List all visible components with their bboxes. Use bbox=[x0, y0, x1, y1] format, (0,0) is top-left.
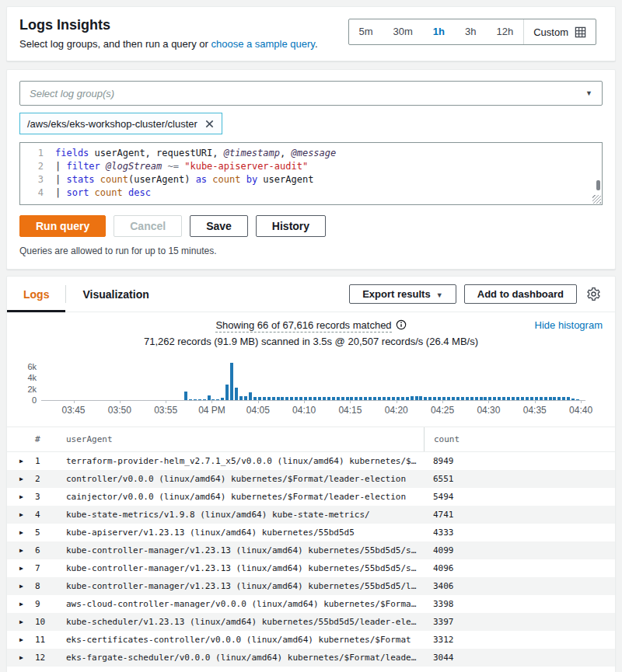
x-axis-label: 04:15 bbox=[338, 405, 362, 416]
table-row[interactable]: ▶6kube-controller-manager/v1.23.13 (linu… bbox=[7, 541, 615, 559]
expand-row-icon[interactable]: ▶ bbox=[19, 583, 35, 590]
x-axis-tickmark bbox=[304, 400, 305, 403]
expand-row-icon[interactable]: ▶ bbox=[19, 458, 35, 465]
editor-scrollbar[interactable] bbox=[596, 180, 600, 190]
page-title: Logs Insights bbox=[19, 17, 318, 33]
query-line: 4| sort count desc bbox=[20, 186, 591, 200]
histogram-bar bbox=[346, 397, 349, 400]
header-useragent: userAgent bbox=[66, 427, 424, 451]
expand-row-icon[interactable]: ▶ bbox=[19, 654, 35, 661]
expand-row-icon[interactable]: ▶ bbox=[19, 547, 35, 554]
time-range-option-3h[interactable]: 3h bbox=[455, 20, 486, 44]
time-range-custom-button[interactable]: Custom bbox=[524, 19, 596, 44]
expand-row-icon[interactable]: ▶ bbox=[19, 493, 35, 500]
row-number: 8 bbox=[35, 581, 66, 591]
settings-gear-icon[interactable] bbox=[585, 285, 603, 303]
log-group-token: /aws/eks/eks-workshop-cluster/cluster bbox=[19, 113, 222, 134]
x-axis-tickmark bbox=[166, 400, 166, 403]
histogram-bar bbox=[557, 397, 561, 400]
x-axis-label: 04:30 bbox=[477, 405, 500, 416]
expand-row-icon[interactable]: ▶ bbox=[19, 565, 35, 572]
x-axis-tickmark bbox=[120, 400, 121, 403]
row-useragent: eks-certificates-controller/v0.0.0 (linu… bbox=[66, 635, 424, 645]
table-row[interactable]: ▶8kube-controller-manager/v1.23.13 (linu… bbox=[7, 577, 615, 595]
info-icon[interactable] bbox=[396, 319, 407, 333]
row-number: 5 bbox=[35, 528, 66, 538]
table-row[interactable]: ▶2controller/v0.0.0 (linux/amd64) kubern… bbox=[7, 470, 615, 488]
histogram-bar bbox=[507, 397, 510, 400]
expand-row-icon[interactable]: ▶ bbox=[19, 618, 35, 625]
query-actions: Run query Cancel Save History bbox=[19, 215, 603, 237]
x-axis-tickmark bbox=[581, 400, 582, 403]
table-row[interactable]: ▶9aws-cloud-controller-manager/v0.0.0 (l… bbox=[7, 595, 615, 613]
export-results-button[interactable]: Export results ▼ bbox=[349, 284, 456, 304]
time-range-option-12h[interactable]: 12h bbox=[487, 20, 524, 44]
table-row[interactable]: ▶10kube-scheduler/v1.23.13 (linux/amd64)… bbox=[7, 613, 615, 631]
table-row[interactable]: ▶13Go-http-client/2.02808 bbox=[7, 667, 615, 672]
remove-token-icon[interactable] bbox=[204, 119, 215, 129]
histogram-bar bbox=[540, 397, 543, 400]
line-number: 3 bbox=[20, 173, 55, 186]
expand-row-icon[interactable]: ▶ bbox=[19, 511, 35, 518]
header-row-number: # bbox=[35, 427, 66, 451]
add-to-dashboard-button[interactable]: Add to dashboard bbox=[464, 284, 577, 304]
table-row[interactable]: ▶3cainjector/v0.0.0 (linux/amd64) kubern… bbox=[7, 488, 615, 506]
log-group-placeholder: Select log group(s) bbox=[30, 88, 114, 99]
table-row[interactable]: ▶7kube-controller-manager/v1.23.13 (linu… bbox=[7, 559, 615, 577]
histogram-bar bbox=[571, 399, 575, 400]
x-axis-tickmark bbox=[488, 400, 489, 403]
sample-query-link[interactable]: choose a sample query bbox=[211, 38, 314, 50]
histogram-bar bbox=[480, 397, 483, 400]
histogram-bar bbox=[369, 397, 372, 400]
histogram-bar bbox=[225, 385, 229, 400]
log-group-select[interactable]: Select log group(s) ▼ bbox=[19, 81, 603, 106]
histogram-bar bbox=[411, 396, 414, 400]
x-axis-label: 03:50 bbox=[108, 405, 131, 416]
table-row[interactable]: ▶12eks-fargate-scheduler/v0.0.0 (linux/a… bbox=[7, 649, 615, 667]
expand-row-icon[interactable]: ▶ bbox=[19, 601, 35, 608]
row-useragent: kube-controller-manager/v1.23.13 (linux/… bbox=[66, 581, 424, 591]
expand-row-icon[interactable]: ▶ bbox=[19, 529, 35, 536]
row-number: 12 bbox=[35, 653, 66, 663]
histogram-bar bbox=[475, 397, 478, 400]
time-range-option-1h[interactable]: 1h bbox=[423, 20, 455, 44]
time-range-selector: 5m30m1h3h12h Custom bbox=[348, 19, 597, 45]
table-row[interactable]: ▶11eks-certificates-controller/v0.0.0 (l… bbox=[7, 631, 615, 649]
header-text: Logs Insights Select log groups, and the… bbox=[19, 17, 318, 50]
histogram-bar bbox=[373, 397, 376, 400]
tab-visualization[interactable]: Visualization bbox=[66, 277, 165, 312]
histogram-bar bbox=[221, 398, 224, 400]
histogram-bar bbox=[484, 397, 487, 400]
histogram-bar bbox=[549, 397, 552, 400]
editor-resize-handle[interactable] bbox=[592, 195, 601, 204]
histogram-bar bbox=[406, 397, 409, 400]
save-button[interactable]: Save bbox=[190, 215, 248, 237]
histogram-bar bbox=[355, 397, 358, 400]
table-row[interactable]: ▶4kube-state-metrics/v1.9.8 (linux/amd64… bbox=[7, 506, 615, 524]
row-number: 6 bbox=[35, 545, 66, 555]
x-axis-label: 04 PM bbox=[198, 405, 225, 416]
histogram-bar bbox=[452, 397, 455, 400]
history-button[interactable]: History bbox=[256, 215, 326, 237]
histogram-bar bbox=[493, 397, 496, 400]
query-line: 2| filter @logStream ~= "kube-apiserver-… bbox=[20, 160, 591, 173]
tab-logs[interactable]: Logs bbox=[7, 277, 65, 312]
histogram-bar bbox=[194, 399, 197, 400]
table-row[interactable]: ▶5kube-apiserver/v1.23.13 (linux/amd64) … bbox=[7, 524, 615, 541]
table-header: # userAgent count bbox=[7, 427, 615, 452]
histogram-bar bbox=[341, 397, 344, 400]
x-axis-tickmark bbox=[442, 400, 443, 403]
time-range-option-30m[interactable]: 30m bbox=[383, 20, 423, 44]
query-editor[interactable]: 1fields userAgent, requestURI, @timestam… bbox=[19, 142, 603, 205]
run-query-button[interactable]: Run query bbox=[19, 215, 106, 237]
row-number: 3 bbox=[35, 492, 66, 502]
expand-row-icon[interactable]: ▶ bbox=[19, 636, 35, 643]
query-note: Queries are allowed to run for up to 15 … bbox=[19, 245, 603, 256]
table-row[interactable]: ▶1terraform-provider-helm_v2.7.1_x5/v0.0… bbox=[7, 452, 615, 470]
expand-row-icon[interactable]: ▶ bbox=[19, 475, 35, 482]
time-range-option-5m[interactable]: 5m bbox=[349, 20, 383, 44]
row-number: 7 bbox=[35, 563, 66, 573]
row-number: 10 bbox=[35, 617, 66, 627]
hide-histogram-link[interactable]: Hide histogram bbox=[535, 319, 603, 331]
row-useragent: kube-controller-manager/v1.23.13 (linux/… bbox=[66, 545, 424, 555]
